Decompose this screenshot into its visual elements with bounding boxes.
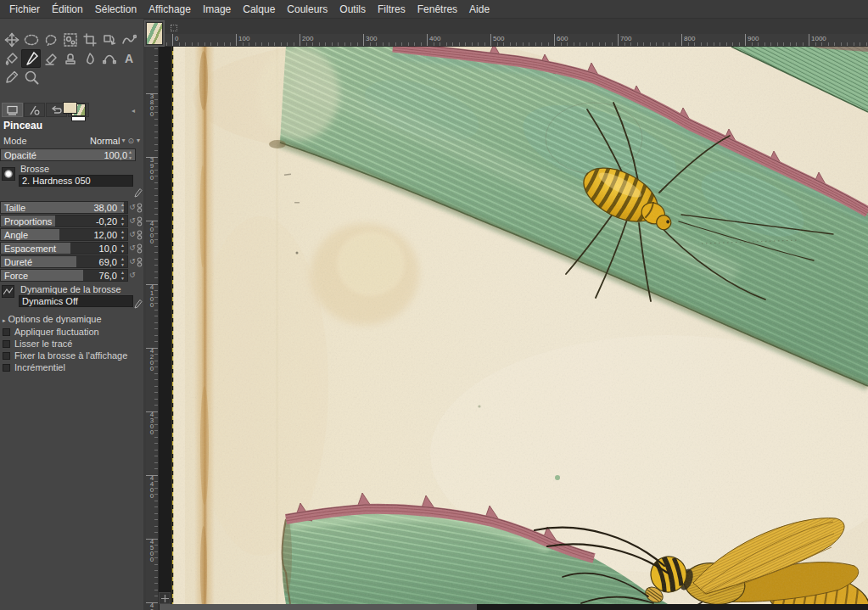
slider-value: -0,20	[96, 216, 117, 227]
image-tab[interactable]	[144, 20, 165, 47]
free-select-tool[interactable]	[41, 31, 60, 49]
menu-item[interactable]: Fichier	[3, 0, 46, 19]
crop-icon	[82, 32, 98, 48]
menu-item[interactable]: Image	[197, 0, 237, 19]
horizontal-scrollbar[interactable]	[159, 604, 868, 610]
menu-item[interactable]: Calque	[237, 0, 281, 19]
zoom-tool[interactable]	[21, 68, 41, 87]
vertical-ruler[interactable]: 380039004000410042004300440045004600	[146, 47, 159, 604]
slider-label: Force	[4, 271, 28, 281]
menu-item[interactable]: Édition	[46, 0, 89, 19]
h-ruler-label: 400	[429, 35, 440, 42]
slider[interactable]: Dureté 69,0 ▲▼	[0, 255, 128, 268]
checkbox-row[interactable]: Incrémentiel	[0, 361, 143, 373]
color-picker-tool[interactable]	[2, 68, 21, 87]
foreground-color-swatch[interactable]	[63, 102, 77, 114]
paintbrush-tool[interactable]	[21, 49, 41, 68]
move-tool[interactable]	[2, 31, 21, 49]
dynamics-options-expander[interactable]: ▸Options de dynamique	[0, 311, 143, 326]
menu-item[interactable]: Fenêtres	[412, 0, 463, 19]
tab-device-status[interactable]	[24, 103, 45, 117]
mode-dropdown[interactable]: Normal	[90, 136, 120, 146]
tab-tool-options[interactable]	[2, 103, 23, 117]
slider-value: 76,0	[99, 271, 117, 281]
link-icon[interactable]	[136, 202, 143, 213]
fuzzy-select-tool[interactable]	[60, 31, 80, 49]
spinner-icon[interactable]: ▲▼	[126, 149, 134, 161]
dynamics-group: Dynamique de la brosse Dynamics Off	[0, 283, 143, 311]
slider-label: Espacement	[4, 243, 56, 254]
checkbox[interactable]	[3, 364, 10, 372]
slider[interactable]: Taille 38,00 ▲▼	[0, 201, 128, 214]
menu-item[interactable]: Filtres	[372, 0, 412, 19]
dynamics-name-field[interactable]: Dynamics Off	[19, 295, 133, 307]
link-icon[interactable]	[136, 215, 143, 227]
brush-preview-icon[interactable]	[2, 167, 15, 181]
slider[interactable]: Proportions -0,20 ▲▼	[0, 215, 128, 227]
slider-row: Taille 38,00 ▲▼ ↺	[0, 201, 143, 215]
link-icon[interactable]	[136, 243, 143, 254]
spinner-icon[interactable]: ▲▼	[119, 243, 126, 255]
checkbox[interactable]	[3, 340, 10, 348]
slider[interactable]: Force 76,0 ▲▼	[0, 269, 128, 282]
reset-icon[interactable]: ↺	[129, 270, 136, 281]
menu-item[interactable]: Outils	[333, 0, 372, 19]
slider[interactable]: Angle 12,00 ▲▼	[0, 228, 128, 241]
dock-menu-arrow-icon[interactable]: ◂	[132, 108, 135, 115]
spinner-icon[interactable]: ▲▼	[119, 202, 126, 214]
checkbox-row[interactable]: Lisser le tracé	[0, 338, 143, 350]
checkbox[interactable]	[3, 328, 10, 336]
link-icon[interactable]	[136, 256, 143, 267]
reset-icon[interactable]: ↺	[129, 229, 136, 240]
checkbox-label: Appliquer fluctuation	[14, 327, 99, 337]
link-icon[interactable]	[136, 229, 143, 240]
menu-item[interactable]: Couleurs	[281, 0, 333, 19]
toolbox-panel: A ◂ Pinceau Mode Norm	[0, 19, 143, 610]
spinner-icon[interactable]: ▲▼	[119, 215, 126, 227]
checkbox-row[interactable]: Fixer la brosse à l'affichage	[0, 350, 143, 361]
checkbox[interactable]	[3, 352, 10, 360]
chevron-down-icon[interactable]: ▾	[135, 137, 142, 144]
unified-transform-tool[interactable]	[99, 31, 119, 49]
mode-space-icon[interactable]: ⊙	[126, 137, 135, 145]
clone-tool[interactable]	[60, 49, 80, 68]
slider[interactable]: Espacement 10,0 ▲▼	[0, 242, 128, 255]
tab-options-icon[interactable]	[171, 25, 177, 31]
horizontal-ruler[interactable]: 01002003004005006007008009001000	[159, 34, 868, 47]
slider-row: Espacement 10,0 ▲▼ ↺	[0, 242, 143, 255]
handle-transform-tool[interactable]	[119, 31, 138, 49]
reset-icon[interactable]: ↺	[129, 243, 136, 254]
slider-label: Angle	[4, 230, 28, 240]
slider-row: Dureté 69,0 ▲▼ ↺	[0, 255, 143, 269]
text-tool[interactable]: A	[119, 49, 138, 68]
ellipse-select-tool[interactable]	[21, 31, 41, 49]
chevron-down-icon[interactable]: ▾	[120, 137, 126, 144]
v-ruler-label: 4600	[148, 602, 156, 610]
horizontal-scrollbar-thumb[interactable]	[160, 604, 477, 610]
reset-icon[interactable]: ↺	[129, 256, 136, 267]
menu-item[interactable]: Aide	[463, 0, 496, 19]
brush-label: Brosse	[20, 163, 142, 174]
checkbox-row[interactable]: Appliquer fluctuation	[0, 326, 143, 338]
edit-dynamics-icon[interactable]	[134, 299, 143, 309]
edit-brush-icon[interactable]	[134, 187, 143, 198]
bucket-fill-tool[interactable]	[2, 49, 21, 68]
navigation-button[interactable]	[159, 592, 171, 604]
reset-icon[interactable]: ↺	[129, 202, 136, 213]
dynamics-icon[interactable]	[2, 285, 14, 298]
smudge-tool[interactable]	[80, 49, 99, 68]
free-select-icon	[43, 32, 59, 48]
brush-name-field[interactable]: 2. Hardness 050	[19, 175, 133, 187]
reset-icon[interactable]: ↺	[129, 215, 136, 227]
spinner-icon[interactable]: ▲▼	[119, 229, 126, 241]
spinner-icon[interactable]: ▲▼	[119, 270, 126, 282]
menu-item[interactable]: Affichage	[143, 0, 197, 19]
crop-tool[interactable]	[80, 31, 99, 49]
image-canvas[interactable]	[159, 47, 868, 604]
eraser-tool[interactable]	[41, 49, 60, 68]
v-ruler-label: 4100	[148, 284, 156, 308]
opacity-slider[interactable]: Opacité 100,0 ▲▼	[0, 148, 136, 161]
paths-tool[interactable]	[99, 49, 119, 68]
menu-item[interactable]: Sélection	[89, 0, 143, 19]
spinner-icon[interactable]: ▲▼	[119, 256, 126, 268]
